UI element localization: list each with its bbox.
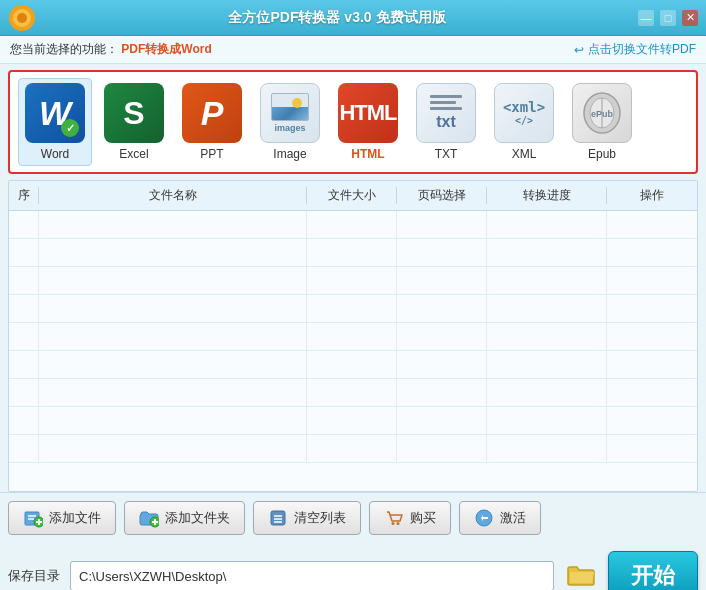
title-bar: 全方位PDF转换器 v3.0 免费试用版 — □ ✕ [0,0,706,36]
save-bar: 保存目录 开始 [0,543,706,590]
col-index: 序 [9,187,39,204]
clear-list-button[interactable]: 清空列表 [253,501,361,535]
col-filename: 文件名称 [39,187,307,204]
format-toolbar: W ✓ Word S Excel P PPT images Image HTML [8,70,698,174]
format-epub-label: Epub [588,147,616,161]
format-ppt[interactable]: P PPT [176,79,248,165]
txt-icon: txt [416,83,476,143]
svg-point-2 [17,13,27,23]
table-row [9,379,697,407]
format-xml[interactable]: <xml> </> XML [488,79,560,165]
app-title: 全方位PDF转换器 v3.0 免费试用版 [36,9,638,27]
format-word[interactable]: W ✓ Word [18,78,92,166]
word-icon: W ✓ [25,83,85,143]
xml-icon: <xml> </> [494,83,554,143]
table-row [9,267,697,295]
format-html[interactable]: HTML HTML [332,79,404,165]
close-button[interactable]: ✕ [682,10,698,26]
format-ppt-label: PPT [200,147,223,161]
col-pagerange: 页码选择 [397,187,487,204]
excel-icon: S [104,83,164,143]
format-image[interactable]: images Image [254,79,326,165]
table-row [9,407,697,435]
epub-icon: ePub [572,83,632,143]
switch-to-pdf-link[interactable]: ↩ 点击切换文件转PDF [574,41,696,58]
file-table: 序 文件名称 文件大小 页码选择 转换进度 操作 [8,180,698,492]
format-txt-label: TXT [435,147,458,161]
status-bar: 您当前选择的功能： PDF转换成Word ↩ 点击切换文件转PDF [0,36,706,64]
col-action: 操作 [607,187,697,204]
buy-button[interactable]: 购买 [369,501,451,535]
svg-text:ePub: ePub [591,109,614,119]
format-excel-label: Excel [119,147,148,161]
save-directory-label: 保存目录 [8,567,60,585]
app-logo [8,4,36,32]
format-word-label: Word [41,147,69,161]
add-file-button[interactable]: 添加文件 [8,501,116,535]
add-file-icon [23,508,43,528]
start-button[interactable]: 开始 [608,551,698,590]
add-folder-icon [139,508,159,528]
format-epub[interactable]: ePub Epub [566,79,638,165]
svg-rect-16 [271,511,285,525]
col-progress: 转换进度 [487,187,607,204]
format-html-label: HTML [351,147,384,161]
col-filesize: 文件大小 [307,187,397,204]
table-body [9,211,697,491]
activate-button[interactable]: 激活 [459,501,541,535]
table-row [9,323,697,351]
table-row [9,295,697,323]
window-controls: — □ ✕ [638,10,698,26]
table-row [9,239,697,267]
image-icon: images [260,83,320,143]
add-folder-button[interactable]: 添加文件夹 [124,501,245,535]
svg-point-20 [392,522,395,525]
activate-icon [474,508,494,528]
clear-list-icon [268,508,288,528]
table-header: 序 文件名称 文件大小 页码选择 转换进度 操作 [9,181,697,211]
selected-check-icon: ✓ [61,119,79,137]
bottom-toolbar: 添加文件 添加文件夹 清空列表 [0,492,706,543]
table-row [9,211,697,239]
minimize-button[interactable]: — [638,10,654,26]
buy-icon [384,508,404,528]
format-txt[interactable]: txt TXT [410,79,482,165]
format-image-label: Image [273,147,306,161]
format-excel[interactable]: S Excel [98,79,170,165]
current-function-label: 您当前选择的功能： PDF转换成Word [10,41,212,58]
html-icon: HTML [338,83,398,143]
table-row [9,435,697,463]
format-xml-label: XML [512,147,537,161]
browse-folder-button[interactable] [564,561,598,590]
ppt-icon: P [182,83,242,143]
svg-point-21 [397,522,400,525]
maximize-button[interactable]: □ [660,10,676,26]
table-row [9,351,697,379]
save-path-input[interactable] [70,561,554,590]
